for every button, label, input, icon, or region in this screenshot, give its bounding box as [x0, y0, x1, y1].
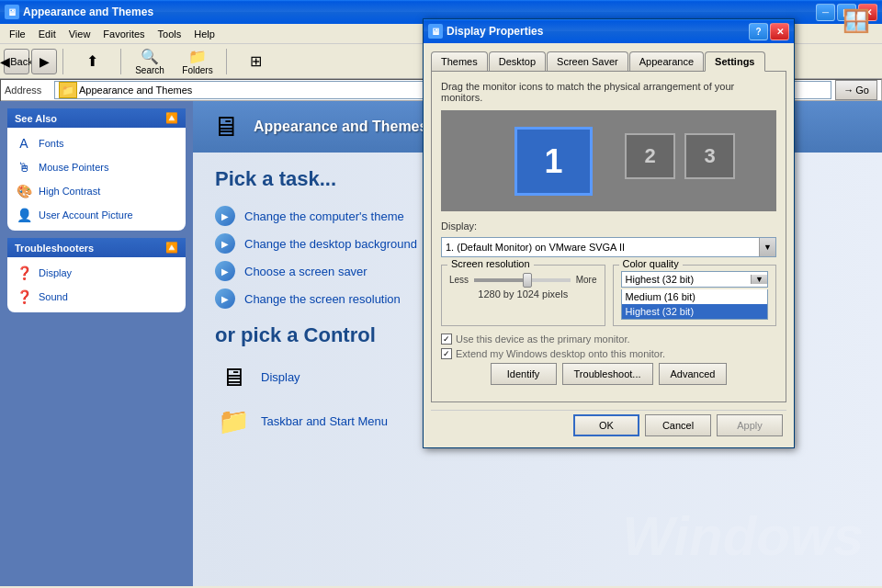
- task-arrow-1: ▶: [215, 233, 235, 254]
- up-button[interactable]: ⬆: [69, 50, 115, 74]
- dialog-close-button[interactable]: ✕: [770, 23, 789, 40]
- display-label: Display:: [441, 220, 487, 232]
- sidebar-item-user-account-picture[interactable]: 👤 User Account Picture: [15, 205, 178, 225]
- toolbar-sep-1: [62, 49, 63, 74]
- views-button[interactable]: ⊞: [232, 50, 278, 74]
- tab-settings-content: Drag the monitor icons to match the phys…: [431, 71, 786, 402]
- folders-label: Folders: [182, 65, 212, 75]
- toolbar-sep-3: [226, 49, 227, 74]
- color-dropdown-selected: Highest (32 bit): [622, 272, 752, 287]
- extend-desktop-label: Extend my Windows desktop onto this moni…: [456, 348, 665, 359]
- apply-button[interactable]: Apply: [717, 414, 783, 436]
- menu-view[interactable]: View: [63, 27, 96, 41]
- ok-button[interactable]: OK: [573, 414, 639, 436]
- monitor-3[interactable]: 3: [684, 133, 735, 179]
- see-also-content: A Fonts 🖱 Mouse Pointers 🎨 High Contrast…: [7, 128, 186, 231]
- settings-description: Drag the monitor icons to match the phys…: [441, 81, 776, 103]
- primary-monitor-checkbox[interactable]: ✓: [441, 334, 452, 345]
- sidebar-item-mouse-pointers[interactable]: 🖱 Mouse Pointers: [15, 157, 178, 177]
- resolution-value: 1280 by 1024 pixels: [449, 288, 597, 300]
- dialog-help-button[interactable]: ?: [749, 23, 768, 40]
- dialog-title: Display Properties: [447, 25, 543, 38]
- go-button[interactable]: → Go: [835, 80, 877, 100]
- display-select[interactable]: 1. (Default Monitor) on VMware SVGA II ▼: [441, 237, 776, 257]
- tab-themes[interactable]: Themes: [431, 51, 488, 72]
- go-arrow-icon: →: [843, 85, 854, 96]
- sidebar-item-sound[interactable]: ❓ Sound: [15, 287, 178, 307]
- checkbox-row-1: ✓ Use this device as the primary monitor…: [441, 334, 776, 345]
- display-select-value: 1. (Default Monitor) on VMware SVGA II: [442, 237, 759, 257]
- monitor-1[interactable]: 1: [514, 127, 593, 196]
- address-value: Appearance and Themes: [79, 85, 192, 96]
- sidebar: See Also 🔼 A Fonts 🖱 Mouse Pointers 🎨 Hi…: [0, 101, 193, 586]
- color-option-highest[interactable]: Highest (32 bit): [622, 304, 768, 319]
- tab-settings[interactable]: Settings: [705, 51, 764, 72]
- sidebar-item-high-contrast[interactable]: 🎨 High Contrast: [15, 181, 178, 201]
- menu-help[interactable]: Help: [188, 27, 220, 41]
- task-label-3: Change the screen resolution: [244, 292, 401, 306]
- resolution-section: Screen resolution Less More 1280 by 1024…: [441, 265, 605, 326]
- tab-screen-saver[interactable]: Screen Saver: [547, 51, 628, 72]
- sidebar-item-fonts[interactable]: A Fonts: [15, 133, 178, 153]
- mouse-pointers-icon: 🖱: [15, 158, 33, 176]
- menu-favorites[interactable]: Favorites: [97, 27, 150, 41]
- cancel-button[interactable]: Cancel: [645, 414, 711, 436]
- menu-file[interactable]: File: [4, 27, 31, 41]
- folders-button[interactable]: 📁 Folders: [175, 44, 220, 78]
- troubleshoot-button[interactable]: Troubleshoot...: [562, 363, 653, 385]
- back-label: Back: [10, 56, 32, 67]
- go-label: Go: [855, 85, 869, 96]
- tab-appearance[interactable]: Appearance: [629, 51, 704, 72]
- monitor-2[interactable]: 2: [625, 133, 675, 179]
- troubleshooters-section: Troubleshooters 🔼 ❓ Display ❓ Sound: [7, 238, 186, 312]
- user-account-icon: 👤: [15, 206, 33, 224]
- menu-tools[interactable]: Tools: [153, 27, 187, 41]
- monitor-preview: 1 2 3: [441, 110, 776, 211]
- search-label: Search: [135, 65, 164, 75]
- dialog-icon: 🖥: [428, 24, 443, 39]
- task-arrow-2: ▶: [215, 261, 235, 281]
- up-icon: ⬆: [81, 52, 103, 71]
- color-quality-dropdown[interactable]: Highest (32 bit) ▼: [621, 271, 769, 288]
- search-icon: 🔍: [139, 47, 161, 65]
- fonts-icon: A: [15, 134, 33, 153]
- color-dropdown-arrow-icon: ▼: [751, 275, 767, 284]
- identify-button[interactable]: Identify: [491, 363, 557, 385]
- display-form-row: Display:: [441, 220, 776, 232]
- nav-arrows: ◀ Back ▶: [4, 49, 57, 74]
- display-troubleshoot-label: Display: [39, 267, 72, 278]
- taskbar-icon: 📁: [215, 402, 252, 439]
- resolution-slider[interactable]: [474, 278, 571, 282]
- task-label-0: Change the computer's theme: [244, 209, 404, 223]
- content-header-icon: 🖥: [208, 108, 244, 145]
- troubleshooters-header[interactable]: Troubleshooters 🔼: [7, 238, 186, 257]
- back-button[interactable]: ◀ Back: [4, 49, 29, 74]
- monitor-3-label: 3: [704, 144, 715, 168]
- sidebar-item-display[interactable]: ❓ Display: [15, 263, 178, 283]
- sound-troubleshoot-label: Sound: [39, 291, 68, 302]
- fonts-label: Fonts: [39, 138, 64, 149]
- see-also-header[interactable]: See Also 🔼: [7, 108, 186, 128]
- high-contrast-label: High Contrast: [39, 186, 100, 197]
- back-arrow-icon: ◀: [0, 54, 10, 69]
- toolbar-sep-2: [120, 49, 121, 74]
- color-option-medium[interactable]: Medium (16 bit): [622, 289, 768, 304]
- task-label-2: Choose a screen saver: [244, 265, 368, 278]
- task-label-1: Change the desktop background: [244, 237, 417, 251]
- display-label: Display: [261, 370, 300, 384]
- minimize-button[interactable]: ─: [816, 4, 835, 21]
- advanced-button[interactable]: Advanced: [659, 363, 728, 385]
- forward-button[interactable]: ▶: [31, 49, 57, 74]
- explorer-window-icon: 🖥: [5, 5, 19, 19]
- extend-desktop-checkbox[interactable]: ✓: [441, 348, 452, 359]
- search-button[interactable]: 🔍 Search: [127, 44, 173, 78]
- taskbar-label: Taskbar and Start Menu: [261, 414, 388, 428]
- slider-thumb: [523, 273, 532, 288]
- forward-arrow-icon: ▶: [40, 54, 50, 69]
- tab-desktop[interactable]: Desktop: [489, 51, 546, 72]
- menu-edit[interactable]: Edit: [33, 27, 62, 41]
- user-account-label: User Account Picture: [39, 209, 133, 220]
- winxp-logo-icon: 🪟: [842, 8, 870, 34]
- dialog-titlebar-buttons: ? ✕: [749, 23, 789, 40]
- winxp-logo: 🪟: [838, 7, 875, 35]
